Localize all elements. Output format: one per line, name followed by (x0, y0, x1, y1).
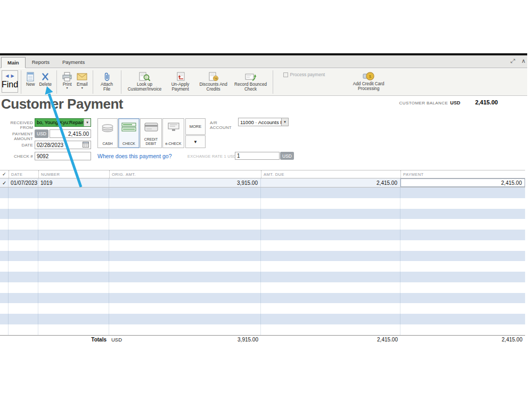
empty-cell[interactable] (38, 198, 109, 209)
empty-cell[interactable] (400, 282, 525, 293)
chevron-down-icon[interactable]: ▾ (281, 118, 288, 126)
empty-cell[interactable] (261, 240, 400, 251)
un-apply-payment-button[interactable]: Un-Apply Payment (166, 70, 195, 93)
empty-cell[interactable] (9, 303, 38, 314)
empty-cell[interactable] (109, 230, 261, 240)
empty-cell[interactable] (0, 219, 9, 230)
attach-file-button[interactable]: Attach File (96, 70, 118, 93)
tab-payments[interactable]: Payments (56, 56, 91, 68)
empty-cell[interactable] (38, 324, 109, 335)
empty-table-row[interactable] (0, 198, 525, 209)
empty-cell[interactable] (261, 293, 400, 304)
empty-cell[interactable] (38, 188, 109, 198)
empty-cell[interactable] (0, 282, 9, 293)
empty-cell[interactable] (0, 198, 9, 209)
empty-cell[interactable] (109, 261, 261, 272)
column-header-date[interactable]: DATE (9, 170, 38, 178)
add-credit-card-processing-button[interactable]: $ Add Credit Card Processing (347, 70, 390, 92)
empty-cell[interactable] (9, 272, 38, 282)
table-row[interactable]: ✓ 01/07/2023 1019 3,915.00 2,415.00 2,41… (0, 178, 525, 188)
ar-account-select[interactable]: 11000 · Accounts Re... ▾ (238, 118, 289, 126)
new-button[interactable]: New (24, 70, 37, 87)
empty-cell[interactable] (38, 303, 109, 314)
empty-table-row[interactable] (0, 282, 525, 293)
empty-cell[interactable] (9, 314, 38, 324)
empty-cell[interactable] (400, 188, 525, 198)
empty-cell[interactable] (109, 272, 261, 282)
empty-cell[interactable] (109, 303, 261, 314)
empty-cell[interactable] (38, 314, 109, 324)
empty-cell[interactable] (109, 324, 261, 335)
date-field[interactable]: 02/28/2023 (35, 141, 91, 149)
back-arrow-icon[interactable]: ◀ (5, 74, 9, 78)
row-checkmark[interactable]: ✓ (0, 178, 9, 187)
email-button[interactable]: Email ▾ (75, 70, 89, 90)
empty-cell[interactable] (400, 293, 525, 304)
payment-method-credit-debit-button[interactable]: CREDIT DEBIT (140, 118, 162, 148)
forward-arrow-icon[interactable]: ▶ (11, 74, 14, 78)
restore-window-icon[interactable]: ⤢ (510, 58, 515, 64)
chevron-down-icon[interactable]: ▾ (84, 119, 91, 126)
empty-table-row[interactable] (0, 230, 525, 240)
empty-cell[interactable] (38, 251, 109, 262)
empty-cell[interactable] (9, 282, 38, 293)
empty-table-row[interactable] (0, 293, 525, 304)
empty-cell[interactable] (38, 261, 109, 272)
empty-cell[interactable] (38, 272, 109, 282)
empty-table-row[interactable] (0, 261, 525, 272)
empty-cell[interactable] (400, 324, 525, 335)
print-button[interactable]: Print ▾ (60, 70, 75, 90)
empty-cell[interactable] (261, 314, 400, 324)
empty-cell[interactable] (0, 272, 9, 282)
empty-cell[interactable] (109, 209, 261, 219)
empty-cell[interactable] (0, 261, 9, 272)
empty-cell[interactable] (109, 314, 261, 324)
payment-method-check-button[interactable]: CHECK (118, 118, 140, 148)
payment-method-echeck-button[interactable]: e-CHECK (162, 118, 184, 148)
payment-amount-field[interactable]: 2,415.00 (50, 129, 91, 138)
empty-table-row[interactable] (0, 303, 525, 314)
empty-cell[interactable] (9, 230, 38, 240)
empty-cell[interactable] (38, 282, 109, 293)
empty-table-row[interactable] (0, 209, 525, 219)
column-header-number[interactable]: NUMBER (38, 170, 109, 178)
row-payment-field[interactable]: 2,415.00 (400, 178, 525, 187)
calendar-icon[interactable] (83, 141, 89, 149)
empty-cell[interactable] (261, 251, 400, 262)
tab-reports[interactable]: Reports (26, 56, 56, 68)
payment-method-more-button[interactable]: MORE (185, 118, 206, 135)
check-number-field[interactable]: 9092 (35, 152, 91, 160)
empty-cell[interactable] (109, 240, 261, 251)
empty-cell[interactable] (261, 219, 400, 230)
empty-cell[interactable] (400, 209, 525, 219)
empty-table-row[interactable] (0, 314, 525, 324)
empty-cell[interactable] (9, 198, 38, 209)
empty-table-row[interactable] (0, 219, 525, 230)
empty-cell[interactable] (0, 230, 9, 240)
received-from-select[interactable]: bo, Young-Kyu:Repairs ▾ (35, 118, 91, 127)
collapse-ribbon-icon[interactable]: ∧ (521, 58, 526, 64)
empty-cell[interactable] (109, 282, 261, 293)
empty-cell[interactable] (0, 324, 9, 335)
empty-table-row[interactable] (0, 272, 525, 282)
empty-cell[interactable] (400, 314, 525, 324)
empty-cell[interactable] (261, 230, 400, 240)
empty-cell[interactable] (400, 198, 525, 209)
empty-cell[interactable] (0, 314, 9, 324)
exchange-rate-field[interactable]: 1 (235, 152, 280, 160)
discounts-credits-button[interactable]: % Discounts And Credits (195, 70, 232, 93)
record-bounced-check-button[interactable]: Record Bounced Check (232, 70, 270, 93)
empty-cell[interactable] (0, 240, 9, 251)
row-amt-due[interactable]: 2,415.00 (261, 178, 400, 187)
empty-cell[interactable] (9, 188, 38, 198)
empty-cell[interactable] (261, 198, 400, 209)
empty-cell[interactable] (109, 198, 261, 209)
empty-cell[interactable] (9, 261, 38, 272)
empty-cell[interactable] (261, 303, 400, 314)
empty-cell[interactable] (9, 251, 38, 262)
process-payment-checkbox[interactable] (283, 72, 288, 77)
column-header-orig-amt[interactable]: ORIG. AMT. (109, 170, 261, 178)
payment-method-cash-button[interactable]: CASH (97, 118, 118, 148)
empty-table-row[interactable] (0, 324, 525, 335)
empty-cell[interactable] (400, 261, 525, 272)
